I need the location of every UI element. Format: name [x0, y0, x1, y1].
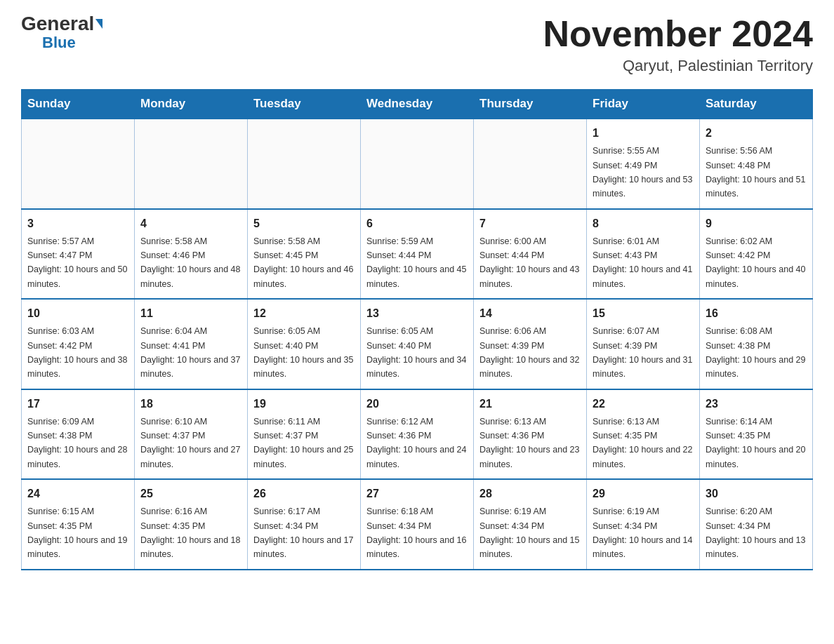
table-cell: 25Sunrise: 6:16 AMSunset: 4:35 PMDayligh… [135, 479, 248, 570]
day-info: Sunrise: 6:00 AMSunset: 4:44 PMDaylight:… [479, 236, 579, 289]
table-cell: 18Sunrise: 6:10 AMSunset: 4:37 PMDayligh… [135, 389, 248, 480]
day-info: Sunrise: 6:10 AMSunset: 4:37 PMDaylight:… [140, 417, 240, 469]
day-number: 10 [27, 305, 128, 322]
calendar-week-1: 1Sunrise: 5:55 AMSunset: 4:49 PMDaylight… [22, 119, 813, 209]
table-cell: 14Sunrise: 6:06 AMSunset: 4:39 PMDayligh… [474, 299, 587, 389]
day-number: 8 [593, 215, 694, 232]
table-cell [22, 119, 135, 209]
header-tuesday: Tuesday [248, 90, 361, 119]
table-cell: 20Sunrise: 6:12 AMSunset: 4:36 PMDayligh… [361, 389, 474, 480]
title-section: November 2024 Qaryut, Palestinian Territ… [543, 14, 813, 75]
day-number: 13 [366, 305, 468, 322]
day-info: Sunrise: 6:09 AMSunset: 4:38 PMDaylight:… [27, 417, 127, 469]
day-number: 18 [140, 396, 241, 412]
day-info: Sunrise: 6:04 AMSunset: 4:41 PMDaylight:… [140, 326, 240, 379]
table-cell: 9Sunrise: 6:02 AMSunset: 4:42 PMDaylight… [700, 209, 813, 300]
table-cell: 6Sunrise: 5:59 AMSunset: 4:44 PMDaylight… [361, 209, 474, 300]
day-info: Sunrise: 6:05 AMSunset: 4:40 PMDaylight:… [253, 326, 353, 379]
month-title: November 2024 [543, 14, 813, 54]
logo: General Blue [21, 14, 102, 52]
table-cell: 29Sunrise: 6:19 AMSunset: 4:34 PMDayligh… [587, 479, 700, 570]
day-number: 28 [479, 485, 581, 502]
day-info: Sunrise: 6:11 AMSunset: 4:37 PMDaylight:… [253, 417, 353, 469]
day-number: 22 [593, 396, 694, 412]
day-info: Sunrise: 6:18 AMSunset: 4:34 PMDaylight:… [366, 507, 466, 559]
table-cell: 16Sunrise: 6:08 AMSunset: 4:38 PMDayligh… [700, 299, 813, 389]
day-number: 26 [253, 485, 355, 502]
day-number: 20 [366, 396, 468, 412]
table-cell: 15Sunrise: 6:07 AMSunset: 4:39 PMDayligh… [587, 299, 700, 389]
table-cell: 28Sunrise: 6:19 AMSunset: 4:34 PMDayligh… [474, 479, 587, 570]
table-cell: 3Sunrise: 5:57 AMSunset: 4:47 PMDaylight… [22, 209, 135, 300]
calendar-week-3: 10Sunrise: 6:03 AMSunset: 4:42 PMDayligh… [22, 299, 813, 389]
day-info: Sunrise: 6:20 AMSunset: 4:34 PMDaylight:… [706, 507, 805, 559]
table-cell: 1Sunrise: 5:55 AMSunset: 4:49 PMDaylight… [587, 119, 700, 209]
table-cell: 19Sunrise: 6:11 AMSunset: 4:37 PMDayligh… [248, 389, 361, 480]
header-friday: Friday [587, 90, 700, 119]
day-info: Sunrise: 6:13 AMSunset: 4:36 PMDaylight:… [479, 417, 579, 469]
logo-general-text: General [21, 14, 102, 34]
location-title: Qaryut, Palestinian Territory [543, 57, 813, 75]
calendar-week-2: 3Sunrise: 5:57 AMSunset: 4:47 PMDaylight… [22, 209, 813, 300]
day-info: Sunrise: 5:59 AMSunset: 4:44 PMDaylight:… [366, 236, 466, 289]
day-info: Sunrise: 6:02 AMSunset: 4:42 PMDaylight:… [706, 236, 805, 289]
day-info: Sunrise: 6:12 AMSunset: 4:36 PMDaylight:… [366, 417, 466, 469]
day-info: Sunrise: 6:08 AMSunset: 4:38 PMDaylight:… [706, 326, 805, 379]
table-cell: 8Sunrise: 6:01 AMSunset: 4:43 PMDaylight… [587, 209, 700, 300]
day-info: Sunrise: 6:07 AMSunset: 4:39 PMDaylight:… [593, 326, 692, 379]
calendar-week-4: 17Sunrise: 6:09 AMSunset: 4:38 PMDayligh… [22, 389, 813, 480]
header-monday: Monday [135, 90, 248, 119]
calendar-week-5: 24Sunrise: 6:15 AMSunset: 4:35 PMDayligh… [22, 479, 813, 570]
header-thursday: Thursday [474, 90, 587, 119]
day-number: 2 [706, 125, 807, 142]
table-cell: 5Sunrise: 5:58 AMSunset: 4:45 PMDaylight… [248, 209, 361, 300]
day-number: 29 [593, 485, 694, 502]
day-number: 30 [706, 485, 807, 502]
day-number: 11 [140, 305, 241, 322]
day-number: 16 [706, 305, 807, 322]
day-info: Sunrise: 6:13 AMSunset: 4:35 PMDaylight:… [593, 417, 692, 469]
header-sunday: Sunday [22, 90, 135, 119]
table-cell: 30Sunrise: 6:20 AMSunset: 4:34 PMDayligh… [700, 479, 813, 570]
table-cell: 7Sunrise: 6:00 AMSunset: 4:44 PMDaylight… [474, 209, 587, 300]
table-cell [248, 119, 361, 209]
day-number: 7 [479, 215, 581, 232]
calendar-table: Sunday Monday Tuesday Wednesday Thursday… [21, 89, 813, 570]
table-cell: 27Sunrise: 6:18 AMSunset: 4:34 PMDayligh… [361, 479, 474, 570]
day-number: 19 [253, 396, 355, 412]
header-saturday: Saturday [700, 90, 813, 119]
day-info: Sunrise: 5:58 AMSunset: 4:45 PMDaylight:… [253, 236, 353, 289]
day-number: 27 [366, 485, 468, 502]
table-cell: 26Sunrise: 6:17 AMSunset: 4:34 PMDayligh… [248, 479, 361, 570]
table-cell: 17Sunrise: 6:09 AMSunset: 4:38 PMDayligh… [22, 389, 135, 480]
table-cell [135, 119, 248, 209]
table-cell [474, 119, 587, 209]
table-cell: 12Sunrise: 6:05 AMSunset: 4:40 PMDayligh… [248, 299, 361, 389]
day-info: Sunrise: 6:16 AMSunset: 4:35 PMDaylight:… [140, 507, 240, 559]
day-number: 24 [27, 485, 128, 502]
day-number: 21 [479, 396, 581, 412]
table-cell: 13Sunrise: 6:05 AMSunset: 4:40 PMDayligh… [361, 299, 474, 389]
day-info: Sunrise: 5:55 AMSunset: 4:49 PMDaylight:… [593, 146, 692, 199]
day-number: 23 [706, 396, 807, 412]
day-info: Sunrise: 6:19 AMSunset: 4:34 PMDaylight:… [479, 507, 579, 559]
table-cell: 11Sunrise: 6:04 AMSunset: 4:41 PMDayligh… [135, 299, 248, 389]
day-info: Sunrise: 5:58 AMSunset: 4:46 PMDaylight:… [140, 236, 240, 289]
table-cell: 22Sunrise: 6:13 AMSunset: 4:35 PMDayligh… [587, 389, 700, 480]
table-cell: 24Sunrise: 6:15 AMSunset: 4:35 PMDayligh… [22, 479, 135, 570]
day-number: 14 [479, 305, 581, 322]
day-number: 15 [593, 305, 694, 322]
header-wednesday: Wednesday [361, 90, 474, 119]
day-info: Sunrise: 6:03 AMSunset: 4:42 PMDaylight:… [27, 326, 127, 379]
logo-blue-text: Blue [42, 34, 76, 52]
day-number: 6 [366, 215, 468, 232]
table-cell: 2Sunrise: 5:56 AMSunset: 4:48 PMDaylight… [700, 119, 813, 209]
day-info: Sunrise: 6:17 AMSunset: 4:34 PMDaylight:… [253, 507, 353, 559]
day-info: Sunrise: 5:57 AMSunset: 4:47 PMDaylight:… [27, 236, 127, 289]
day-info: Sunrise: 6:14 AMSunset: 4:35 PMDaylight:… [706, 417, 805, 469]
day-number: 9 [706, 215, 807, 232]
table-cell: 21Sunrise: 6:13 AMSunset: 4:36 PMDayligh… [474, 389, 587, 480]
day-info: Sunrise: 6:01 AMSunset: 4:43 PMDaylight:… [593, 236, 692, 289]
day-info: Sunrise: 5:56 AMSunset: 4:48 PMDaylight:… [706, 146, 805, 199]
day-number: 25 [140, 485, 241, 502]
